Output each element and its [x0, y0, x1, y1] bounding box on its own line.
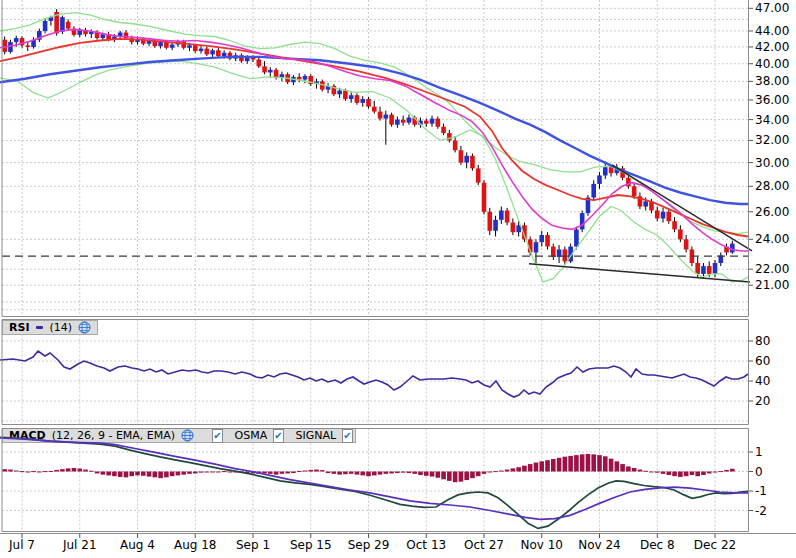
osma-histogram-bar: [366, 472, 371, 477]
candle-body: [343, 91, 348, 99]
osma-histogram-bar: [129, 472, 134, 477]
stock-chart-panel: RSI (14) MACD (12, 26, 9 - EMA, EMA) ✔ O…: [0, 0, 796, 558]
osma-histogram-bar: [453, 472, 458, 483]
osma-histogram-bar: [308, 470, 313, 472]
candle-body: [730, 244, 735, 253]
osma-histogram-bar: [441, 472, 446, 480]
osma-histogram-bar: [256, 472, 261, 474]
candle-body: [563, 249, 568, 261]
axis-label: 21.00: [755, 278, 789, 292]
axis-label: 47.00: [755, 1, 789, 15]
date-axis-label: Oct 13: [406, 538, 446, 552]
osma-histogram-bar: [141, 472, 146, 476]
trendline: [529, 264, 750, 282]
candle-body: [609, 167, 614, 173]
osma-histogram-bar: [135, 472, 140, 476]
candle-body: [274, 70, 279, 78]
candle-body: [83, 30, 88, 34]
candle-body: [239, 55, 244, 61]
osma-histogram-bar: [407, 472, 412, 474]
candle-body: [401, 120, 406, 123]
osma-histogram-bar: [591, 454, 596, 471]
candle-body: [355, 95, 360, 103]
candle-body: [695, 263, 700, 274]
candle-body: [424, 121, 429, 124]
osma-histogram-bar: [233, 472, 238, 473]
osma-histogram-bar: [724, 470, 729, 472]
candle-body: [447, 133, 452, 140]
axis-label: 1: [755, 445, 763, 459]
osma-histogram-bar: [291, 472, 296, 474]
date-axis-label: Jul 21: [62, 538, 97, 552]
candle-body: [14, 38, 19, 42]
axis-label: 22.00: [755, 262, 789, 276]
osma-histogram-bar: [684, 472, 689, 477]
macd-line-checkbox[interactable]: ✔: [212, 429, 222, 443]
candle-body: [285, 74, 290, 82]
candle-body: [511, 223, 516, 233]
osma-histogram-bar: [268, 472, 273, 474]
axis-label: 30.00: [755, 156, 789, 170]
osma-histogram-bar: [655, 472, 660, 473]
osma-histogram-bar: [199, 472, 204, 473]
candle-body: [620, 168, 625, 177]
signal-checkbox[interactable]: ✔: [342, 429, 352, 443]
axis-label: 32.00: [755, 133, 789, 147]
osma-histogram-bar: [170, 472, 175, 477]
candle-body: [141, 39, 146, 44]
rsi-param: (14): [49, 321, 72, 334]
trendline: [612, 165, 752, 251]
osma-histogram-bar: [678, 472, 683, 477]
osma-histogram-bar: [378, 472, 383, 475]
osma-histogram-bar: [551, 459, 556, 471]
candle-body: [678, 229, 683, 239]
candle-body: [707, 266, 712, 274]
candle-body: [464, 156, 469, 163]
osma-histogram-bar: [695, 472, 700, 477]
candle-body: [54, 12, 59, 33]
osma-histogram-bar: [545, 460, 550, 471]
osma-histogram-bar: [280, 472, 285, 474]
osma-histogram-bar: [216, 472, 221, 473]
osma-histogram-bar: [112, 472, 117, 477]
osma-histogram-bar: [395, 472, 400, 474]
candle-body: [615, 168, 620, 173]
osma-histogram-bar: [638, 470, 643, 472]
fast-ma-line: [0, 29, 748, 251]
candle-body: [430, 119, 435, 124]
axis-label: 36.00: [755, 93, 789, 107]
osma-histogram-bar: [470, 472, 475, 479]
axis-label: 40.00: [755, 57, 789, 71]
candle-body: [193, 45, 198, 51]
candle-body: [487, 212, 492, 231]
osma-histogram-bar: [43, 471, 48, 472]
osma-checkbox[interactable]: ✔: [273, 429, 283, 443]
rsi-label: RSI: [9, 321, 30, 334]
osma-histogram-bar: [563, 457, 568, 472]
axis-label: 20: [755, 394, 770, 408]
osma-histogram-bar: [228, 472, 233, 473]
osma-histogram-bar: [164, 472, 169, 478]
candle-body: [280, 74, 285, 78]
candle-body: [129, 38, 134, 42]
candle-body: [199, 49, 204, 51]
osma-histogram-bar: [707, 472, 712, 474]
osma-histogram-bar: [389, 472, 394, 474]
osma-histogram-bar: [77, 469, 82, 472]
osma-histogram-bar: [106, 472, 111, 476]
osma-histogram-bar: [516, 467, 521, 471]
globe-icon[interactable]: [181, 429, 194, 442]
osma-histogram-bar: [8, 470, 13, 472]
osma-histogram-bar: [430, 472, 435, 477]
candle-body: [326, 86, 331, 90]
axis-label: -1: [755, 484, 767, 498]
candle-body: [372, 107, 377, 112]
osma-histogram-bar: [210, 472, 215, 473]
osma-histogram-bar: [447, 472, 452, 481]
osma-histogram-bar: [372, 472, 377, 476]
osma-histogram-bar: [603, 456, 608, 471]
candle-body: [112, 36, 117, 39]
globe-icon[interactable]: [78, 321, 91, 334]
candle-body: [661, 212, 666, 219]
candle-body: [557, 249, 562, 256]
